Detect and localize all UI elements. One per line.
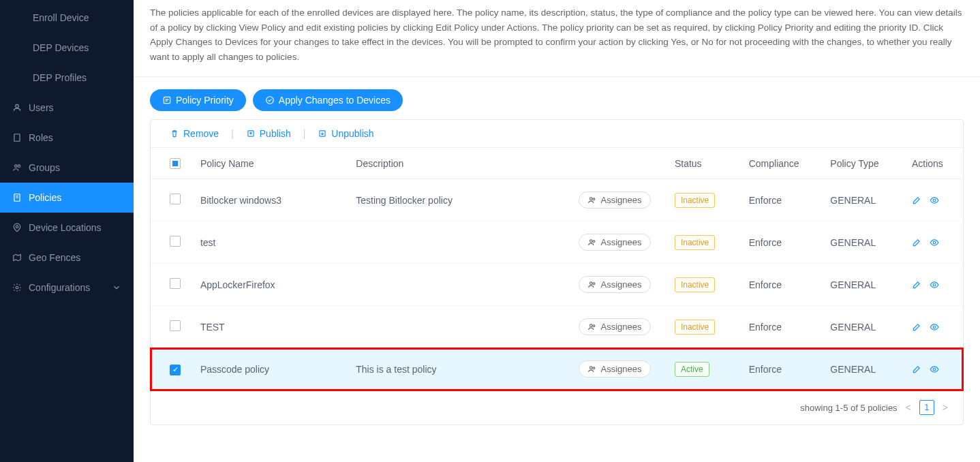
sidebar-item-label: DEP Profiles: [33, 72, 87, 83]
table-row[interactable]: TEST Assignees Inactive Enforce GENERAL: [151, 306, 963, 348]
view-icon[interactable]: [930, 280, 939, 290]
sidebar-item-roles[interactable]: Roles: [0, 123, 134, 153]
groups-icon: [12, 163, 22, 172]
svg-point-13: [933, 199, 936, 202]
edit-icon[interactable]: [912, 238, 921, 247]
table-row[interactable]: Bitlocker windows3 Testing Bitlocker pol…: [151, 179, 963, 221]
svg-point-25: [933, 368, 936, 371]
header-actions: Actions: [904, 148, 963, 179]
user-icon: [12, 103, 22, 112]
sidebar-item-geo-fences[interactable]: Geo Fences: [0, 243, 134, 273]
view-icon[interactable]: [930, 238, 939, 247]
sidebar-item-groups[interactable]: Groups: [0, 153, 134, 183]
separator: |: [231, 128, 234, 139]
sidebar-item-enroll-device[interactable]: Enroll Device: [0, 3, 134, 33]
policies-icon: [12, 193, 22, 202]
publish-icon: [246, 129, 256, 138]
svg-point-12: [592, 198, 594, 200]
action-label: Remove: [183, 128, 219, 139]
cell-policy-type: GENERAL: [822, 306, 904, 348]
table-row[interactable]: test Assignees Inactive Enforce GENERAL: [151, 221, 963, 264]
row-checkbox[interactable]: [170, 365, 181, 375]
sidebar-item-dep-devices[interactable]: DEP Devices: [0, 33, 134, 63]
apply-changes-button[interactable]: Apply Changes to Devices: [253, 89, 403, 111]
location-icon: [12, 223, 22, 232]
next-page-button[interactable]: >: [941, 402, 949, 413]
page-button[interactable]: 1: [919, 400, 934, 415]
cell-compliance: Enforce: [741, 348, 823, 390]
header-description[interactable]: Description: [348, 148, 570, 179]
view-icon[interactable]: [930, 196, 939, 205]
select-all-checkbox[interactable]: [170, 158, 181, 169]
svg-point-20: [589, 324, 592, 327]
users-icon: [587, 365, 597, 374]
roles-icon: [12, 133, 22, 142]
cell-compliance: Enforce: [741, 264, 823, 306]
svg-point-24: [592, 367, 594, 369]
edit-icon[interactable]: [912, 322, 921, 332]
cell-compliance: Enforce: [741, 306, 823, 348]
button-label: Apply Changes to Devices: [279, 95, 391, 106]
assignees-button[interactable]: Assignees: [579, 276, 651, 293]
page-description: The policies applicable for each of the …: [134, 0, 980, 77]
svg-point-17: [589, 282, 592, 285]
trash-icon: [170, 129, 179, 138]
publish-button[interactable]: Publish: [246, 128, 291, 139]
separator: |: [303, 128, 306, 139]
edit-icon[interactable]: [912, 365, 921, 374]
assignees-label: Assignees: [601, 322, 642, 332]
cell-policy-name: AppLockerFirefox: [192, 264, 348, 306]
sidebar-item-users[interactable]: Users: [0, 93, 134, 123]
cell-description: [348, 306, 570, 348]
svg-point-15: [592, 241, 594, 243]
row-checkbox[interactable]: [170, 236, 181, 247]
header-policy-name[interactable]: Policy Name: [192, 148, 348, 179]
svg-rect-1: [14, 134, 20, 142]
table-footer: showing 1-5 of 5 policies < 1 >: [151, 390, 963, 425]
header-compliance[interactable]: Compliance: [741, 148, 823, 179]
header-status[interactable]: Status: [667, 148, 741, 179]
unpublish-icon: [318, 129, 327, 138]
geofence-icon: [12, 253, 22, 262]
view-icon[interactable]: [930, 365, 939, 374]
status-badge: Inactive: [675, 320, 715, 335]
sidebar-item-policies[interactable]: Policies: [0, 183, 134, 213]
prev-page-button[interactable]: <: [904, 402, 913, 413]
unpublish-button[interactable]: Unpublish: [318, 128, 373, 139]
assignees-label: Assignees: [601, 279, 642, 290]
svg-point-18: [592, 283, 594, 285]
policies-table-card: Remove | Publish | Unpublish Policy N: [150, 119, 964, 425]
svg-point-3: [18, 165, 20, 168]
cell-description: Testing Bitlocker policy: [348, 179, 570, 221]
sidebar-item-dep-profiles[interactable]: DEP Profiles: [0, 63, 134, 93]
assignees-button[interactable]: Assignees: [579, 191, 651, 209]
assignees-button[interactable]: Assignees: [579, 360, 651, 378]
row-checkbox[interactable]: [170, 194, 181, 204]
users-icon: [587, 322, 597, 332]
edit-icon[interactable]: [912, 196, 921, 205]
edit-icon[interactable]: [912, 280, 921, 290]
policy-priority-button[interactable]: Policy Priority: [150, 89, 246, 111]
assignees-button[interactable]: Assignees: [579, 234, 651, 251]
row-checkbox[interactable]: [170, 278, 181, 289]
sidebar-item-device-locations[interactable]: Device Locations: [0, 213, 134, 243]
view-icon[interactable]: [930, 322, 939, 332]
settings-icon: [12, 283, 22, 292]
assignees-button[interactable]: Assignees: [579, 318, 651, 335]
sidebar-item-configurations[interactable]: Configurations: [0, 273, 134, 303]
table-row[interactable]: Passcode policy This is a test policy As…: [151, 348, 963, 390]
main-content: The policies applicable for each of the …: [134, 0, 980, 462]
sidebar-item-label: Users: [29, 102, 54, 113]
sidebar-item-label: Geo Fences: [29, 252, 80, 263]
remove-button[interactable]: Remove: [170, 128, 219, 139]
header-policy-type[interactable]: Policy Type: [822, 148, 904, 179]
sidebar-item-label: DEP Devices: [33, 42, 89, 53]
button-label: Policy Priority: [176, 95, 234, 106]
table-row[interactable]: AppLockerFirefox Assignees Inactive Enfo…: [151, 264, 963, 306]
row-checkbox[interactable]: [170, 320, 181, 331]
users-icon: [587, 238, 597, 247]
cell-policy-name: test: [192, 221, 348, 264]
cell-policy-type: GENERAL: [822, 179, 904, 221]
cell-policy-type: GENERAL: [822, 221, 904, 264]
svg-point-8: [266, 97, 274, 104]
